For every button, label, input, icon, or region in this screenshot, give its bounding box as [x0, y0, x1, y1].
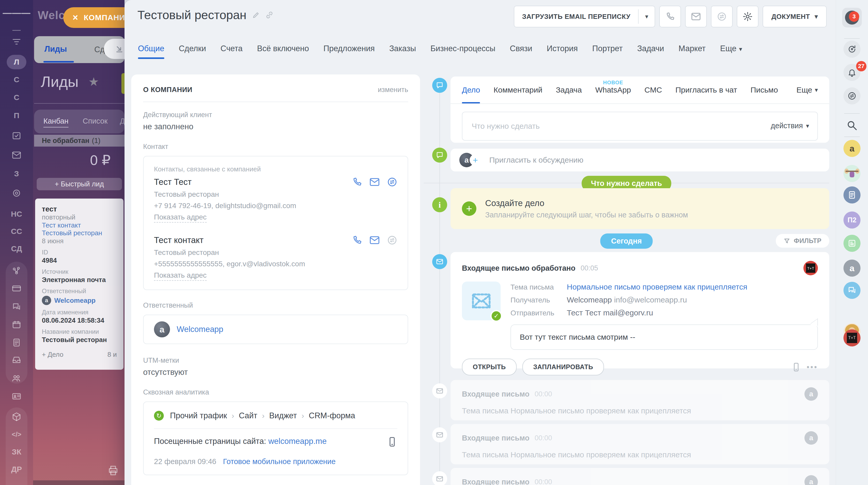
widget-document-blue[interactable] — [843, 187, 861, 203]
email-button[interactable] — [685, 6, 707, 27]
sync-icon[interactable] — [843, 40, 861, 58]
email-body-preview[interactable]: Вот тут текст письма смотрим -- — [510, 324, 818, 350]
crumb[interactable]: CRM-форма — [309, 411, 355, 420]
feed-tab-more[interactable]: Еще▾ — [797, 86, 818, 94]
tab-tasks[interactable]: Задачи — [637, 44, 664, 59]
gear-icon-button[interactable] — [737, 6, 758, 27]
visited-link[interactable]: welcomeapp.me — [269, 437, 327, 446]
wallet-icon[interactable] — [0, 281, 33, 295]
actions-dropdown[interactable]: действия▾ — [771, 121, 809, 130]
tab-bp[interactable]: Бизнес-процессы — [430, 44, 495, 59]
lead-todo-link[interactable]: + Дело — [42, 350, 64, 359]
contact-details[interactable]: +5555555555555555, egor.v@vladivostok.co… — [154, 260, 397, 268]
inbox-icon[interactable] — [0, 353, 33, 367]
help-button[interactable]: ? 3 — [842, 8, 862, 27]
sidebar-item-6[interactable]: СС — [0, 224, 33, 239]
funnel-icon[interactable] — [0, 35, 33, 49]
envelope-icon[interactable] — [369, 177, 380, 187]
sidebar-item-8[interactable]: ЗК — [0, 445, 33, 459]
close-icon[interactable]: × — [72, 12, 78, 23]
printer-icon[interactable] — [107, 465, 119, 476]
composer-input[interactable] — [462, 112, 818, 141]
cube-icon[interactable] — [0, 409, 33, 424]
view-kanban[interactable]: Канбан — [43, 117, 68, 127]
users-icon[interactable] — [0, 371, 33, 385]
chat-transfer-icon[interactable] — [387, 177, 397, 187]
tab-invoices[interactable]: Счета — [221, 44, 243, 59]
widget-p2[interactable]: П2 — [843, 211, 861, 229]
visit-link[interactable]: Готовое мобильное приложение — [223, 457, 336, 466]
responsible-card[interactable]: a Welcomeapp — [143, 315, 408, 344]
feed-item[interactable]: Входящее письмо 00:00 a Тема письма Норм… — [451, 424, 829, 464]
chats-icon[interactable] — [0, 299, 33, 314]
sidebar-item-4[interactable]: З — [0, 167, 33, 181]
plus-icon[interactable]: + — [462, 201, 476, 216]
invite-card[interactable]: a + Пригласить к обсуждению — [451, 149, 829, 171]
tab-all[interactable]: Всё включено — [257, 44, 309, 59]
chat-transfer-icon[interactable] — [387, 235, 397, 245]
sidebar-item-9[interactable]: ДР — [0, 462, 33, 477]
contact-name[interactable]: Тест Тест — [154, 177, 192, 187]
add-user-icon[interactable]: + — [470, 154, 481, 166]
tab-deals[interactable]: Сделки — [179, 44, 206, 59]
show-address-link[interactable]: Показать адрес — [154, 213, 207, 223]
schedule-button[interactable]: ЗАПЛАНИРОВАТЬ — [522, 359, 604, 375]
lead-responsible[interactable]: Welcomeapp — [54, 296, 96, 305]
feed-tab-todo[interactable]: Задача — [556, 77, 582, 104]
feed-tab-task[interactable]: Дело — [462, 77, 480, 104]
feed-tab-whatsapp[interactable]: НОВОЕWhatsApp — [595, 77, 631, 104]
calendar-icon[interactable] — [0, 317, 33, 332]
load-email-caret[interactable]: ▾ — [639, 13, 655, 20]
code-icon[interactable]: </> — [0, 427, 33, 441]
sidebar-item-5[interactable]: НС — [0, 207, 33, 221]
crumb[interactable]: Виджет — [269, 411, 297, 420]
view-list[interactable]: Список — [83, 117, 108, 125]
search-icon[interactable] — [843, 117, 861, 134]
feed-tab-comment[interactable]: Комментарий — [494, 77, 542, 104]
widget-welcomeapp-gray[interactable]: a — [843, 260, 861, 277]
lead-card[interactable]: тест повторный Тест контакт Тестовый рес… — [35, 199, 123, 370]
feed-tab-invite[interactable]: Пригласить в чат — [676, 77, 737, 104]
tab-more[interactable]: Еще▾ — [720, 44, 742, 59]
show-address-link[interactable]: Показать адрес — [154, 271, 207, 281]
client-value[interactable]: не заполнено — [143, 122, 408, 131]
sidebar-item-2[interactable]: С — [0, 90, 33, 105]
responsible-name[interactable]: Welcomeapp — [177, 325, 223, 334]
tasks-icon[interactable] — [0, 129, 33, 143]
quick-lead-button[interactable]: + Быстрый лид — [37, 178, 122, 190]
phone-icon[interactable] — [352, 177, 362, 187]
tab-links[interactable]: Связи — [510, 44, 532, 59]
sidebar-item-7[interactable]: СД — [0, 241, 33, 256]
sidebar-item-1[interactable]: С — [0, 73, 33, 87]
tab-offers[interactable]: Предложения — [323, 44, 375, 59]
feed-tab-sms[interactable]: СМС — [645, 77, 662, 104]
lead-company-link[interactable]: Тестовый ресторан — [42, 229, 117, 237]
call-button[interactable] — [659, 6, 681, 27]
widget-news-green[interactable] — [843, 235, 861, 252]
integrations-icon[interactable] — [0, 264, 33, 278]
feed-tab-letter[interactable]: Письмо — [750, 77, 778, 104]
tab-history[interactable]: История — [547, 44, 578, 59]
feed-item[interactable]: Входящее письмо 00:00 a Тема письма Норм… — [451, 468, 829, 485]
new-lead-button-sliver[interactable] — [121, 73, 125, 94]
mobile-icon[interactable] — [792, 363, 801, 372]
tab-deals[interactable]: Сд — [94, 45, 104, 54]
sidebar-item-3[interactable]: П — [0, 108, 33, 123]
crumb[interactable]: Прочий трафик — [170, 411, 227, 420]
crumb[interactable]: Сайт — [239, 411, 257, 420]
id-card-icon[interactable] — [0, 389, 33, 404]
kanban-column-header[interactable]: Не обработан (1) — [34, 135, 125, 147]
target-icon[interactable] — [0, 186, 33, 200]
create-task-card[interactable]: + Создайте дело Запланируйте следующий ш… — [451, 188, 829, 229]
envelope-icon[interactable] — [369, 235, 380, 245]
tab-market[interactable]: Маркет — [679, 44, 706, 59]
filter-button[interactable]: ФИЛЬТР — [776, 234, 829, 248]
feed-item[interactable]: Входящее письмо 00:00 a Тема письма Норм… — [451, 380, 829, 420]
tab-leads[interactable]: Лиды — [44, 45, 67, 54]
document-icon[interactable] — [0, 335, 33, 350]
phone-icon[interactable] — [352, 235, 362, 245]
tab-general[interactable]: Общие — [138, 44, 164, 59]
sidebar-item-leads[interactable]: Л — [0, 55, 33, 69]
messages-icon[interactable] — [843, 87, 861, 105]
lead-contact-link[interactable]: Тест контакт — [42, 221, 117, 229]
